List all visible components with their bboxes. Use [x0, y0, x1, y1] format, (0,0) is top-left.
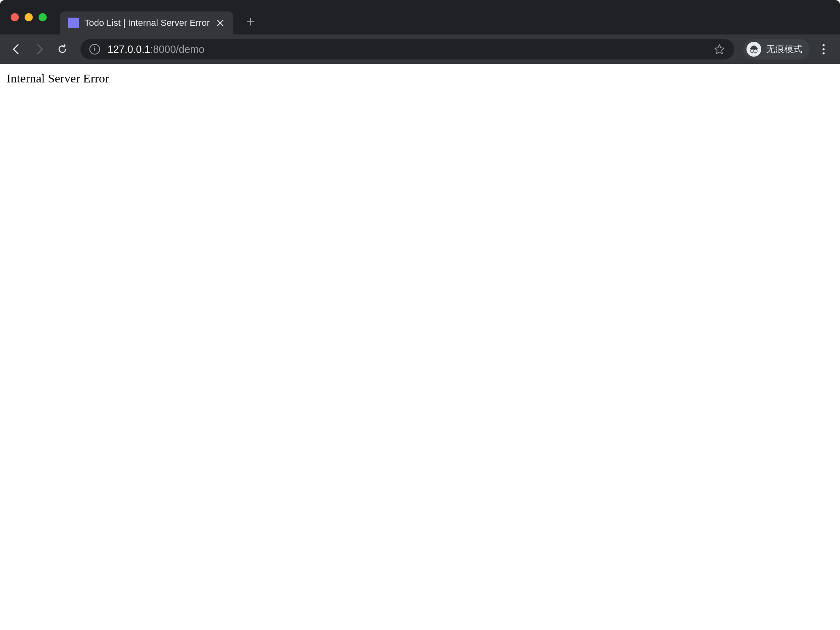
window-close-button[interactable] — [11, 13, 19, 21]
browser-toolbar: i 127.0.0.1:8000/demo 无痕模式 — [0, 34, 840, 64]
window-controls — [11, 13, 47, 21]
url-host: 127.0.0.1 — [107, 43, 150, 55]
browser-tab[interactable]: Todo List | Internal Server Error — [60, 11, 233, 34]
tab-favicon-icon — [68, 18, 79, 28]
address-bar[interactable]: i 127.0.0.1:8000/demo — [80, 39, 734, 59]
back-button[interactable] — [7, 40, 25, 58]
window-minimize-button[interactable] — [25, 13, 33, 21]
url-path: :8000/demo — [150, 43, 204, 55]
url-display: 127.0.0.1:8000/demo — [107, 43, 706, 55]
error-message: Internal Server Error — [7, 71, 833, 85]
svg-point-4 — [822, 52, 824, 54]
bookmark-star-icon[interactable] — [714, 43, 725, 55]
svg-point-2 — [822, 44, 824, 46]
incognito-indicator[interactable]: 无痕模式 — [743, 39, 810, 59]
new-tab-button[interactable] — [242, 14, 259, 30]
tab-strip: Todo List | Internal Server Error — [0, 0, 840, 34]
window-maximize-button[interactable] — [39, 13, 47, 21]
incognito-icon — [746, 42, 761, 57]
svg-point-1 — [754, 49, 757, 52]
forward-button[interactable] — [30, 40, 48, 58]
page-body: Internal Server Error — [0, 64, 840, 630]
reload-button[interactable] — [53, 40, 71, 58]
svg-point-0 — [751, 49, 754, 52]
browser-chrome: Todo List | Internal Server Error i 127.… — [0, 0, 840, 64]
incognito-label: 无痕模式 — [766, 43, 802, 55]
svg-point-3 — [822, 48, 824, 50]
tab-title: Todo List | Internal Server Error — [84, 18, 210, 28]
browser-menu-button[interactable] — [815, 40, 833, 58]
site-info-icon[interactable]: i — [89, 44, 100, 55]
tab-close-button[interactable] — [215, 18, 225, 28]
